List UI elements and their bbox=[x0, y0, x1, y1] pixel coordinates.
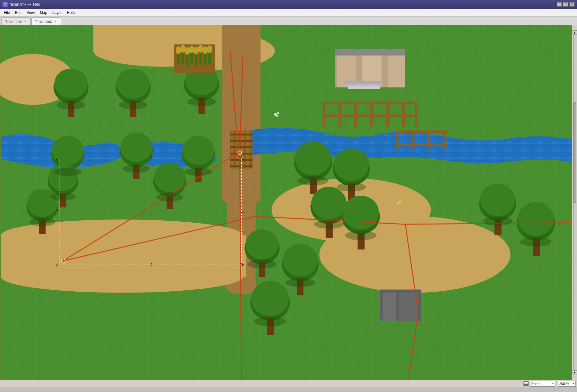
svg-point-152 bbox=[238, 151, 242, 155]
map-svg: ↖ ↕ ↗ ↔ ↔ ↙ ↕ ↘ bbox=[0, 25, 577, 380]
svg-point-133 bbox=[189, 46, 194, 53]
svg-text:↗: ↗ bbox=[240, 157, 244, 162]
layer-icon bbox=[523, 381, 529, 386]
svg-point-159 bbox=[185, 168, 212, 176]
svg-point-154 bbox=[57, 100, 85, 109]
svg-rect-45 bbox=[388, 56, 405, 88]
menu-item-map[interactable]: Map bbox=[37, 10, 50, 16]
svg-point-80 bbox=[182, 136, 214, 165]
svg-point-156 bbox=[187, 97, 216, 106]
svg-point-101 bbox=[283, 244, 318, 277]
svg-rect-59 bbox=[396, 130, 398, 149]
svg-rect-58 bbox=[396, 130, 447, 133]
svg-rect-35 bbox=[230, 134, 252, 136]
tab-close-tab2[interactable]: × bbox=[53, 19, 58, 24]
svg-point-153 bbox=[61, 259, 65, 263]
svg-point-89 bbox=[27, 189, 58, 217]
menu-item-file[interactable]: File bbox=[1, 10, 12, 16]
svg-point-137 bbox=[207, 45, 212, 53]
svg-point-65 bbox=[54, 69, 88, 99]
svg-point-77 bbox=[120, 133, 152, 162]
svg-point-167 bbox=[254, 317, 286, 326]
svg-rect-51 bbox=[339, 102, 341, 127]
svg-rect-62 bbox=[444, 130, 446, 149]
svg-rect-52 bbox=[354, 102, 357, 127]
vertical-scrollbar-thumb[interactable] bbox=[574, 102, 576, 203]
svg-point-155 bbox=[119, 100, 147, 109]
svg-point-98 bbox=[245, 229, 279, 259]
zoom-dropdown-arrow-icon: ▼ bbox=[572, 382, 575, 385]
menu-item-layer[interactable]: Layer bbox=[50, 10, 64, 16]
scroll-up-button[interactable]: ▲ bbox=[573, 30, 577, 35]
svg-point-171 bbox=[520, 237, 552, 247]
svg-text:↕: ↕ bbox=[150, 262, 152, 267]
svg-rect-50 bbox=[323, 102, 325, 127]
menu-bar: FileEditViewMapLayerHelp bbox=[0, 9, 577, 16]
svg-point-158 bbox=[123, 164, 150, 173]
svg-rect-173 bbox=[524, 383, 528, 384]
svg-rect-172 bbox=[524, 382, 528, 383]
svg-point-163 bbox=[50, 193, 76, 200]
svg-rect-63 bbox=[396, 143, 447, 146]
main-content: ↖ ↕ ↗ ↔ ↔ ↙ ↕ ↘ bbox=[0, 25, 577, 380]
svg-point-168 bbox=[314, 220, 344, 229]
vertical-scrollbar[interactable]: ▲ ▼ bbox=[572, 25, 577, 380]
tab-tab1[interactable]: *main.tmx× bbox=[1, 17, 31, 25]
svg-point-107 bbox=[311, 187, 346, 219]
scroll-down-button[interactable]: ▼ bbox=[573, 370, 577, 375]
svg-rect-36 bbox=[230, 140, 252, 142]
svg-rect-54 bbox=[386, 102, 389, 127]
layer-selector[interactable]: Paths ▼ bbox=[523, 381, 555, 387]
tab-close-tab1[interactable]: × bbox=[23, 19, 27, 24]
svg-point-104 bbox=[251, 281, 289, 316]
svg-point-135 bbox=[198, 45, 203, 53]
svg-point-86 bbox=[334, 149, 369, 181]
svg-text:↔: ↔ bbox=[240, 210, 244, 215]
svg-point-132 bbox=[185, 47, 190, 54]
layer-name-display[interactable]: Paths ▼ bbox=[530, 381, 555, 387]
svg-rect-57 bbox=[323, 115, 417, 117]
minimize-button[interactable]: _ bbox=[557, 2, 562, 7]
map-canvas[interactable]: ↖ ↕ ↗ ↔ ↔ ↙ ↕ ↘ bbox=[0, 25, 577, 380]
svg-point-166 bbox=[285, 278, 315, 287]
svg-point-134 bbox=[193, 47, 199, 54]
svg-point-164 bbox=[156, 193, 183, 201]
tab-label-tab1: *main.tmx bbox=[5, 19, 22, 24]
menu-item-edit[interactable]: Edit bbox=[12, 10, 24, 16]
tab-bar: *main.tmx×*main.tmx× bbox=[0, 16, 577, 25]
menu-item-help[interactable]: Help bbox=[64, 10, 77, 16]
svg-point-131 bbox=[180, 45, 185, 53]
svg-point-136 bbox=[203, 46, 208, 54]
svg-point-27 bbox=[1, 261, 243, 293]
svg-rect-60 bbox=[412, 130, 414, 149]
maximize-button[interactable]: □ bbox=[563, 2, 568, 7]
svg-text:↘: ↘ bbox=[240, 262, 244, 267]
svg-rect-46 bbox=[345, 81, 383, 84]
tab-tab2[interactable]: *main.tmx× bbox=[31, 17, 61, 25]
svg-text:↖: ↖ bbox=[55, 157, 59, 162]
close-button[interactable]: ✕ bbox=[569, 2, 574, 7]
svg-point-113 bbox=[480, 184, 515, 216]
svg-point-83 bbox=[295, 142, 331, 175]
svg-point-116 bbox=[518, 202, 554, 236]
svg-rect-120 bbox=[399, 293, 418, 321]
svg-point-140 bbox=[276, 115, 278, 117]
svg-point-162 bbox=[29, 218, 55, 226]
layer-dropdown-arrow-icon: ▼ bbox=[552, 382, 554, 385]
svg-point-110 bbox=[343, 196, 379, 230]
vertical-scrollbar-track[interactable] bbox=[573, 35, 576, 370]
svg-rect-56 bbox=[415, 102, 417, 127]
zoom-selector[interactable]: 200 % ▼ bbox=[558, 381, 576, 387]
svg-rect-37 bbox=[230, 146, 252, 148]
window-controls: _ □ ✕ bbox=[557, 2, 574, 7]
svg-point-157 bbox=[54, 168, 81, 176]
status-bar: Paths ▼ 200 % ▼ bbox=[0, 380, 577, 387]
svg-point-142 bbox=[399, 201, 401, 203]
menu-item-view[interactable]: View bbox=[24, 10, 37, 16]
title-bar-left: T *main.tmx — Tiled bbox=[3, 2, 40, 7]
svg-point-160 bbox=[298, 176, 328, 186]
svg-point-169 bbox=[345, 231, 377, 240]
svg-point-165 bbox=[248, 260, 276, 269]
svg-rect-55 bbox=[402, 102, 405, 127]
app-icon: T bbox=[3, 2, 8, 7]
